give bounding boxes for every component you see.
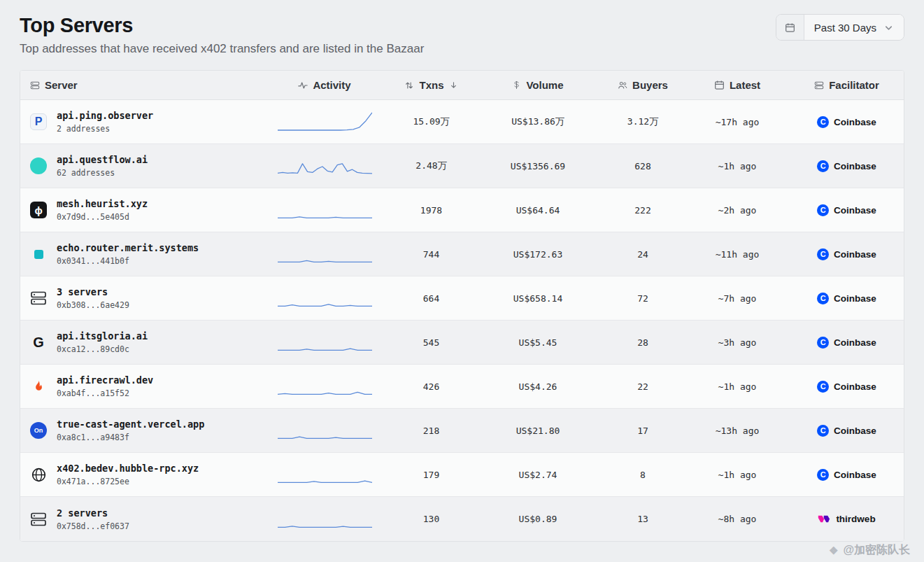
server-address: 0x471a...8725ee [57,477,199,486]
volume-value: US$2.74 [475,470,601,480]
latest-value: ~1h ago [685,470,790,480]
txns-value: 545 [388,337,475,348]
volume-value: US$1356.69 [475,161,601,171]
top-servers-page: Top Servers Top addresses that have rece… [0,0,924,542]
globe-icon [29,465,48,484]
facilitator-badge: CCoinbase [790,116,904,128]
coinbase-logo: C [817,204,829,216]
txns-value: 426 [388,381,475,392]
table-row[interactable]: ϕmesh.heurist.xyz0x7d9d...5e405d1978US$6… [20,188,904,232]
activity-sparkline [262,111,388,132]
column-header-facilitator[interactable]: Facilitator [790,79,904,91]
server-address: 0xab4f...a15f52 [57,388,153,398]
table-row[interactable]: x402.bedev.hubble-rpc.xyz0x471a...8725ee… [20,453,904,497]
date-range-dropdown[interactable]: Past 30 Days [804,15,904,40]
watermark-text: @加密陈队长 [843,543,910,558]
questflow-logo [29,157,48,175]
txns-value: 130 [388,514,475,524]
txns-value: 1978 [388,205,475,216]
txns-value: 664 [388,293,475,304]
column-header-buyers[interactable]: Buyers [601,79,685,91]
buyers-value: 8 [601,470,685,480]
table-row[interactable]: 3 servers0xb308...6ae429664US$658.1472~7… [20,276,904,321]
volume-value: US$172.63 [475,249,601,260]
calendar-button[interactable] [776,15,804,40]
calendar-icon [714,80,725,90]
latest-value: ~11h ago [685,249,790,260]
buyers-value: 628 [601,161,685,171]
latest-value: ~2h ago [685,205,790,216]
buyers-value: 3.12万 [601,115,685,128]
facilitator-name: Coinbase [834,117,876,127]
table-row[interactable]: 2 servers0x758d...ef0637130US$0.8913~8h … [20,497,904,541]
latest-value: ~7h ago [685,293,790,304]
table-header: ServerActivityTxnsVolumeBuyersLatestFaci… [20,71,904,100]
server-name: 2 servers [57,507,129,519]
server-address: 0x7d9d...5e405d [57,212,148,222]
server-name: echo.router.merit.systems [57,242,199,253]
date-range-label: Past 30 Days [814,22,876,34]
page-header: Top Servers Top addresses that have rece… [20,8,904,70]
volume-value: US$5.45 [475,337,601,348]
column-header-activity[interactable]: Activity [262,79,388,91]
server-cell: ϕmesh.heurist.xyz0x7d9d...5e405d [20,198,262,222]
volume-value: US$64.64 [475,205,601,216]
merit-systems-logo [29,245,48,263]
table-row[interactable]: echo.router.merit.systems0x0341...441b0f… [20,232,904,276]
watermark: ❖ @加密陈队长 [829,543,910,558]
server-text: mesh.heurist.xyz0x7d9d...5e405d [57,198,148,222]
server-text: 2 servers0x758d...ef0637 [57,507,129,531]
latest-value: ~1h ago [685,381,790,392]
txns-icon [404,80,414,90]
server-name: api.firecrawl.dev [57,374,153,386]
server-cell: 3 servers0xb308...6ae429 [20,286,262,310]
server-text: 3 servers0xb308...6ae429 [57,286,129,310]
diamond-sparkle-icon: ❖ [829,545,838,557]
activity-sparkline [262,420,388,441]
server-name: x402.bedev.hubble-rpc.xyz [57,463,199,474]
server-cell: Ontrue-cast-agent.vercel.app0xa8c1...a94… [20,419,262,442]
server-cell: x402.bedev.hubble-rpc.xyz0x471a...8725ee [20,463,262,486]
column-header-txns[interactable]: Txns [388,79,475,91]
server-name: 3 servers [57,286,129,297]
table-row[interactable]: api.firecrawl.dev0xab4f...a15f52426US$4.… [20,365,904,409]
volume-value: US$4.26 [475,381,601,392]
volume-value: US$0.89 [475,514,601,524]
activity-sparkline [262,155,388,176]
latest-value: ~3h ago [685,337,790,348]
facilitator-badge: thirdweb [790,514,904,524]
column-header-latest[interactable]: Latest [685,79,790,91]
coinbase-logo: C [817,337,829,349]
server-cell: Gapi.itsgloria.ai0xca12...89cd0c [20,330,262,354]
column-label: Latest [730,79,760,91]
server-cell: echo.router.merit.systems0x0341...441b0f [20,242,262,266]
facilitator-icon [814,80,824,90]
facilitator-name: Coinbase [834,205,876,216]
servers-stack-icon [29,289,48,307]
server-name: true-cast-agent.vercel.app [57,419,204,430]
column-header-volume[interactable]: Volume [475,79,601,91]
coinbase-logo: C [817,425,829,437]
facilitator-name: Coinbase [834,249,876,260]
table-row[interactable]: Ontrue-cast-agent.vercel.app0xa8c1...a94… [20,409,904,453]
chevron-down-icon [883,22,894,33]
table-row[interactable]: api.questflow.ai62 addresses2.48万US$1356… [20,144,904,188]
facilitator-badge: CCoinbase [790,337,904,349]
server-text: api.ping.observer2 addresses [57,110,153,134]
facilitator-badge: CCoinbase [790,160,904,172]
column-label: Buyers [632,79,668,91]
table-row[interactable]: Gapi.itsgloria.ai0xca12...89cd0c545US$5.… [20,321,904,365]
table-row[interactable]: Papi.ping.observer2 addresses15.09万US$13… [20,100,904,144]
server-name: api.ping.observer [57,110,153,121]
buyers-value: 72 [601,293,685,304]
column-label: Activity [313,79,350,91]
facilitator-name: Coinbase [834,470,876,480]
column-header-server[interactable]: Server [20,79,262,91]
coinbase-logo: C [817,160,829,172]
facilitator-name: Coinbase [834,426,876,436]
activity-sparkline [262,464,388,485]
txns-value: 179 [388,470,475,480]
server-cell: Papi.ping.observer2 addresses [20,110,262,134]
dollar-icon [512,80,521,90]
facilitator-name: Coinbase [834,337,876,348]
